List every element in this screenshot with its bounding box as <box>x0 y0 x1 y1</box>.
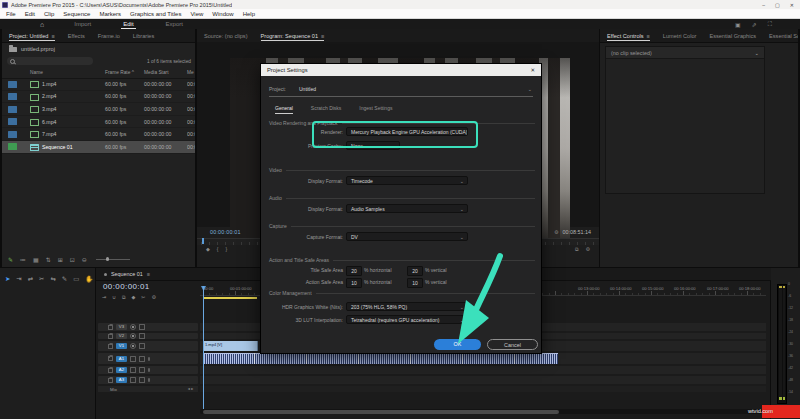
hand-tool[interactable]: ✋ <box>85 275 93 283</box>
effects-tab[interactable]: Effect Controls≡ <box>607 33 650 41</box>
lock-icon[interactable] <box>108 334 113 339</box>
title-safe-vertical-input[interactable]: 20 <box>407 266 423 276</box>
workspace-tab[interactable]: Export <box>164 20 185 29</box>
lock-icon[interactable] <box>108 344 113 349</box>
Sequence 01[interactable]: Sequence 01 60.00 fps 00:00:00:00 00:0 <box>2 141 195 154</box>
panel-tab[interactable]: Frame.io≡ <box>98 33 120 39</box>
dialog-tab[interactable]: Ingest Settings <box>359 105 392 114</box>
playhead-timecode[interactable]: 00:00:00:01 <box>210 229 241 235</box>
slip-tool[interactable]: ⇆ <box>50 275 55 283</box>
mark-out-icon[interactable]: } <box>226 246 228 252</box>
track-lane[interactable] <box>200 366 766 374</box>
track-lane[interactable] <box>200 376 766 384</box>
minimize-button[interactable]: – <box>762 2 765 8</box>
pen-tool[interactable]: ✎ <box>62 275 67 283</box>
menu-item[interactable]: Edit <box>25 11 35 17</box>
new-bin-icon[interactable]: ⊞ <box>58 256 63 263</box>
video-track-header[interactable]: V2 <box>98 333 198 339</box>
sync-lock-icon[interactable] <box>139 333 145 339</box>
search-input[interactable] <box>7 57 93 65</box>
voiceover-record-icon[interactable] <box>148 378 150 382</box>
chevron-down-icon[interactable]: ⌄ <box>528 86 532 92</box>
voiceover-record-icon[interactable] <box>148 357 150 361</box>
lock-icon[interactable] <box>108 356 113 361</box>
lock-icon[interactable] <box>108 378 113 383</box>
effects-tab[interactable]: Lumetri Color≡ <box>663 33 697 39</box>
solo-icon[interactable] <box>139 377 145 383</box>
effects-tab[interactable]: Essential Sound≡ <box>769 33 798 39</box>
monitor-playhead[interactable] <box>202 238 204 244</box>
column-media-end[interactable]: Me <box>187 70 194 75</box>
new-item-icon[interactable]: ⊡ <box>70 256 75 263</box>
column-media-start[interactable]: Media Start <box>144 70 169 75</box>
solo-icon[interactable] <box>139 356 145 362</box>
timeline-scrollbar[interactable] <box>200 409 766 414</box>
add-marker-icon[interactable]: ◆ <box>131 294 135 301</box>
bin-breadcrumb[interactable]: untitled.prproj <box>9 46 55 52</box>
effects-tab[interactable]: Essential Graphics≡ <box>709 33 756 39</box>
menu-item[interactable]: Sequence <box>63 11 90 17</box>
audio-track-header[interactable]: A3 <box>98 376 198 384</box>
restore-layout-icon[interactable]: ▣ <box>735 21 741 28</box>
list-view-icon[interactable]: ≔ <box>20 256 26 263</box>
close-button[interactable]: ✕ <box>790 2 794 8</box>
panel-menu-icon[interactable]: ≡ <box>321 33 324 39</box>
maximize-button[interactable]: ▢ <box>775 2 780 8</box>
fit-sequence-icon[interactable]: ◄► <box>187 387 194 391</box>
lut-interpolation-dropdown[interactable]: Tetrahedral (requires GPU acceleration)⌄ <box>346 315 468 324</box>
edit-icon[interactable]: ✎ <box>8 256 13 263</box>
rectangle-tool[interactable]: ▭ <box>73 275 79 283</box>
action-safe-vertical-input[interactable]: 10 <box>407 278 423 288</box>
menu-item[interactable]: Clip <box>44 11 54 17</box>
audio-track-header[interactable]: A1 <box>98 353 198 364</box>
ripple-edit-tool[interactable]: ⇄ <box>28 275 33 283</box>
fullscreen-icon[interactable]: ⛶ <box>768 21 772 28</box>
panel-menu-icon[interactable]: ≡ <box>647 33 650 39</box>
menu-item[interactable]: Markers <box>99 11 121 17</box>
dialog-tab[interactable]: General <box>275 105 293 114</box>
menu-item[interactable]: View <box>190 11 203 17</box>
lock-icon[interactable] <box>108 325 113 330</box>
mute-icon[interactable] <box>130 367 136 373</box>
timeline-timecode[interactable]: 00:00:00:01 <box>103 282 150 291</box>
snap-icon[interactable]: ∪ <box>112 294 116 301</box>
sort-icon[interactable]: ⇅ <box>46 256 51 263</box>
workspace-tab[interactable]: Import <box>72 20 93 29</box>
mark-in-icon[interactable]: { <box>217 246 219 252</box>
workspace-tab[interactable]: Edit <box>121 20 135 29</box>
column-frame-rate[interactable]: Frame Rate ^ <box>105 70 134 75</box>
toggle-output-icon[interactable] <box>130 343 136 349</box>
dialog-tab[interactable]: Scratch Disks <box>311 105 342 114</box>
3.mp4[interactable]: 3.mp4 60.00 fps 00:00:00:00 00:0 <box>2 103 195 116</box>
mix-track-header[interactable]: Mix ◄► <box>98 386 198 392</box>
menu-item[interactable]: Graphics and Titles <box>130 11 181 17</box>
track-select-tool[interactable]: ⇥ <box>16 275 21 283</box>
mute-icon[interactable] <box>130 377 136 383</box>
razor-icon[interactable]: ✂ <box>141 294 145 301</box>
ok-button[interactable]: OK <box>434 339 481 350</box>
toggle-output-icon[interactable] <box>130 324 136 330</box>
2.mp4[interactable]: 2.mp4 60.00 fps 00:00:00:00 00:0 <box>2 91 195 104</box>
panel-tab[interactable]: Libraries≡ <box>133 33 154 39</box>
quick-export-icon[interactable]: ⇗ <box>752 21 757 28</box>
dialog-close-icon[interactable]: ✕ <box>530 67 535 73</box>
delete-icon[interactable]: ⊖ <box>82 256 87 263</box>
hdr-white-dropdown[interactable]: 203 (75% HLG, 58% PQ)⌄ <box>346 302 468 311</box>
nest-icon[interactable]: ⇥ <box>102 294 106 301</box>
panel-menu-icon[interactable]: ≡ <box>51 33 54 39</box>
action-safe-horizontal-input[interactable]: 10 <box>346 278 362 288</box>
capture-format-dropdown[interactable]: DV⌄ <box>346 232 468 241</box>
sync-lock-icon[interactable] <box>139 324 145 330</box>
sync-lock-icon[interactable] <box>139 343 145 349</box>
monitor-settings-icon[interactable]: ⚙ <box>554 229 558 235</box>
scrollbar-thumb[interactable] <box>203 410 559 414</box>
video-display-format-dropdown[interactable]: Timecode⌄ <box>346 176 468 185</box>
zoom-slider[interactable] <box>96 259 130 260</box>
settings-icon[interactable]: ⚙ <box>152 294 156 301</box>
selection-tool[interactable]: ➤ <box>5 275 10 283</box>
menu-item[interactable]: File <box>6 11 16 17</box>
lock-icon[interactable] <box>108 368 113 373</box>
settings-icon[interactable]: ⚙ <box>586 246 590 253</box>
home-icon[interactable]: ⌂ <box>40 21 44 28</box>
audio-display-format-dropdown[interactable]: Audio Samples⌄ <box>346 204 468 213</box>
